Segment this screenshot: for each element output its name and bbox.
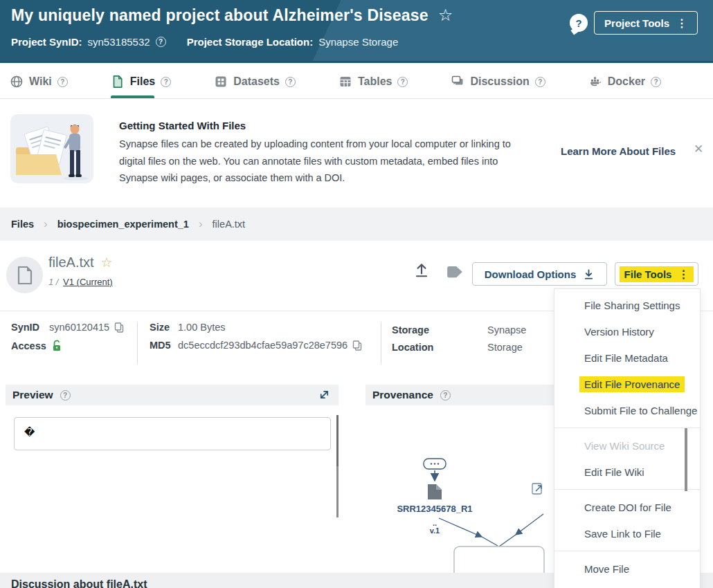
banner-body: Synapse files can be created by uploadin… (119, 136, 532, 187)
banner-title: Getting Started With Files (119, 120, 246, 131)
menu-item-move-file[interactable]: Move File (554, 555, 700, 582)
file-name: fileA.txt (48, 255, 94, 270)
synid-help-icon[interactable]: ? (156, 37, 166, 47)
breadcrumb-current: fileA.txt (213, 219, 246, 230)
synid-label: SynID (11, 322, 44, 333)
upload-icon[interactable] (413, 261, 431, 279)
tab-tables[interactable]: Tables ? (339, 65, 408, 98)
kebab-icon: ⋮ (676, 17, 687, 30)
kebab-icon: ⋮ (678, 268, 689, 281)
learn-more-link[interactable]: Learn More About Files (561, 145, 676, 157)
preview-help-icon[interactable]: ? (60, 390, 71, 401)
copy-icon[interactable] (114, 322, 124, 333)
menu-item-save-link-to-file[interactable]: Save Link to File (554, 520, 700, 546)
provenance-entity-label: SRR12345678_R1 (397, 504, 472, 514)
file-favorite-star-icon[interactable]: ☆ (101, 255, 113, 270)
breadcrumb-files[interactable]: Files (11, 219, 34, 230)
unlocked-icon[interactable] (52, 340, 62, 351)
menu-divider (554, 489, 700, 490)
menu-item-version-history[interactable]: Version History (554, 318, 700, 344)
tables-icon (339, 75, 352, 89)
tab-datasets[interactable]: Datasets ? (214, 65, 296, 98)
menu-item-edit-file-provenance[interactable]: Edit File Provenance (554, 371, 700, 397)
datasets-icon (214, 75, 228, 89)
tab-docker[interactable]: Docker ? (588, 65, 661, 98)
wiki-help-icon[interactable]: ? (57, 77, 68, 87)
docker-help-icon[interactable]: ? (651, 77, 661, 87)
synid-value: syn60120415 (49, 322, 109, 333)
menu-item-edit-file-wiki[interactable]: Edit File Wiki (554, 459, 700, 485)
breadcrumb-folder[interactable]: biospecimen_experiment_1 (57, 219, 189, 230)
tab-files[interactable]: Files ? (111, 65, 171, 98)
storage-location-label: Storage Location (392, 322, 444, 356)
tag-icon[interactable] (446, 263, 464, 281)
preview-title: Preview (12, 389, 53, 401)
provenance-target-node[interactable] (454, 546, 544, 573)
tab-discussion[interactable]: Discussion ? (451, 65, 545, 98)
project-storage-label: Project Storage Location: (187, 36, 314, 48)
project-synid-value: syn53185532 (88, 36, 150, 48)
storage-location-value: Synapse Storage (487, 322, 536, 356)
md5-value: dc5eccdcf293db4cfae59a97c28e7596 (178, 340, 348, 351)
provenance-graph[interactable]: SRR12345678_R1 .. v.1 (365, 405, 561, 573)
docker-icon (588, 75, 602, 89)
provenance-title: Provenance (372, 389, 433, 401)
globe-icon (10, 75, 24, 89)
preview-scrollbar[interactable] (336, 415, 339, 517)
file-glyph-icon (17, 266, 33, 284)
project-synid-label: Project SynID: (11, 36, 82, 48)
size-value: 1.00 Bytes (178, 322, 226, 333)
chevron-right-icon: › (44, 217, 48, 231)
provenance-version-label: v.1 (430, 526, 440, 535)
md5-label: MD5 (150, 340, 173, 351)
entity-tabbar: Wiki ? Files ? Datasets ? (0, 65, 713, 99)
download-icon (583, 268, 595, 280)
discussion-icon (451, 75, 464, 89)
breadcrumb: Files › biospecimen_experiment_1 › fileA… (0, 208, 713, 241)
help-bubble-icon[interactable]: ? (570, 14, 588, 32)
project-header: My uniquely named project about Alzheime… (0, 0, 713, 63)
open-provenance-icon[interactable] (532, 484, 541, 494)
menu-item-file-sharing-settings[interactable]: File Sharing Settings (554, 292, 700, 318)
divider (137, 322, 138, 365)
provenance-help-icon[interactable]: ? (440, 390, 451, 401)
copy-icon[interactable] (352, 340, 362, 351)
file-tools-menu: File Sharing Settings Version History Ed… (554, 288, 701, 588)
size-label: Size (150, 322, 173, 333)
datasets-help-icon[interactable]: ? (285, 77, 296, 87)
project-storage-value: Synapse Storage (318, 36, 398, 48)
discussion-title: Discussion about fileA.txt (11, 578, 147, 588)
file-avatar (6, 257, 43, 293)
getting-started-banner: Getting Started With Files Synapse files… (0, 99, 713, 208)
chevron-right-icon: › (199, 217, 203, 231)
preview-panel-header: Preview ? (6, 385, 339, 405)
menu-item-create-doi-for-file[interactable]: Create DOI for File (554, 494, 700, 520)
access-label: Access (11, 340, 47, 351)
project-tools-button[interactable]: Project Tools ⋮ (594, 11, 698, 35)
project-title: My uniquely named project about Alzheime… (11, 6, 428, 25)
files-illustration (10, 114, 93, 183)
menu-item-view-wiki-source[interactable]: View Wiki Source (554, 432, 700, 459)
tab-wiki[interactable]: Wiki ? (10, 65, 68, 98)
files-help-icon[interactable]: ? (161, 77, 171, 87)
tables-help-icon[interactable]: ? (397, 77, 408, 87)
expand-icon[interactable] (318, 389, 330, 401)
version-link[interactable]: V1 (Current) (63, 277, 113, 287)
discussion-help-icon[interactable]: ? (535, 77, 545, 87)
project-favorite-star-icon[interactable]: ☆ (438, 6, 453, 25)
menu-divider (554, 428, 700, 428)
menu-divider (554, 551, 700, 551)
menu-scrollbar[interactable] (685, 428, 687, 491)
file-tools-button[interactable]: File Tools ⋮ (615, 262, 698, 286)
project-subheader: Project SynID: syn53185532 ? Project Sto… (11, 36, 398, 48)
file-tools-highlight: File Tools ⋮ (620, 266, 694, 282)
download-options-button[interactable]: Download Options (472, 262, 607, 286)
menu-item-submit-file-to-challenge[interactable]: Submit File to Challenge (554, 397, 700, 423)
synapse-file-page: My uniquely named project about Alzheime… (0, 0, 713, 588)
banner-close-icon[interactable]: ✕ (694, 142, 703, 156)
version-count: 1 / (48, 277, 58, 287)
file-icon (111, 75, 125, 89)
file-preview-content: � (14, 417, 331, 450)
provenance-file-node[interactable] (428, 484, 442, 499)
menu-item-edit-file-metadata[interactable]: Edit File Metadata (554, 344, 700, 371)
